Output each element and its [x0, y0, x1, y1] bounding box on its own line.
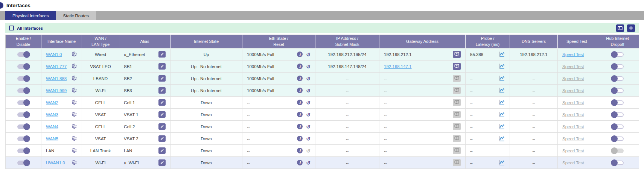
hub-dropoff-toggle[interactable]: [611, 159, 624, 166]
interface-name-link[interactable]: WAN1.0: [46, 52, 62, 57]
internet-state: Down: [201, 136, 212, 141]
interface-name-link[interactable]: WAN1.999: [46, 88, 67, 93]
hub-dropoff-toggle[interactable]: [611, 51, 624, 58]
latency-chart-icon[interactable]: [498, 135, 505, 142]
alias-text: SB3: [124, 88, 132, 93]
wan-lan-type: Wired: [95, 52, 106, 57]
latency-chart-icon[interactable]: [498, 63, 505, 70]
enable-toggle[interactable]: [17, 99, 30, 106]
cell-gateway: 192.168.147.1: [379, 61, 465, 72]
ping-gateway-button[interactable]: [453, 63, 461, 70]
edit-alias-button[interactable]: [158, 111, 166, 118]
cell-internet-state: Down: [171, 121, 242, 132]
cell-dns-servers: 192.168.212.1: [510, 49, 557, 60]
eth-state: 1000Mb/s Full: [247, 52, 274, 57]
hub-dropoff-toggle[interactable]: [611, 75, 624, 82]
speed-test-link[interactable]: Speed Test: [562, 52, 584, 57]
edit-alias-button[interactable]: [158, 123, 166, 130]
gear-icon[interactable]: [71, 87, 77, 94]
latency-chart-icon[interactable]: [498, 87, 505, 94]
info-icon[interactable]: i: [297, 76, 303, 81]
gear-icon[interactable]: [71, 63, 77, 70]
gear-icon[interactable]: [71, 75, 77, 82]
info-icon[interactable]: i: [297, 100, 303, 105]
interface-name-link[interactable]: WAN1.888: [46, 76, 67, 81]
tab-static-routes[interactable]: Static Routes: [56, 11, 96, 20]
add-button[interactable]: [627, 24, 635, 32]
hub-dropoff-toggle[interactable]: [611, 111, 624, 118]
info-icon[interactable]: i: [297, 64, 303, 69]
reset-icon[interactable]: ↺: [306, 112, 311, 117]
interface-name-link[interactable]: WAN3: [46, 112, 58, 117]
reset-icon[interactable]: ↺: [306, 88, 311, 93]
gateway-address[interactable]: 192.168.147.1: [384, 64, 412, 69]
reset-icon[interactable]: ↺: [306, 136, 311, 141]
reset-icon[interactable]: ↺: [306, 52, 311, 57]
interface-name-link[interactable]: WAN2: [46, 100, 58, 105]
enable-toggle[interactable]: [17, 75, 30, 82]
cell-alias: u_Wi-Fi: [119, 157, 170, 168]
cell-wan-lan-type: Wi-Fi: [82, 85, 119, 96]
latency-chart-icon[interactable]: [498, 51, 505, 58]
gear-icon[interactable]: [71, 159, 77, 166]
enable-toggle[interactable]: [17, 135, 30, 142]
view-button[interactable]: [616, 24, 624, 32]
latency-chart-icon[interactable]: [498, 123, 505, 130]
all-interfaces-checkbox[interactable]: [9, 26, 14, 30]
ping-bubble-icon: [454, 136, 460, 141]
edit-alias-button[interactable]: [158, 51, 166, 58]
gear-icon[interactable]: [71, 99, 77, 106]
latency-chart-icon[interactable]: [498, 111, 505, 118]
hub-dropoff-toggle[interactable]: [611, 63, 624, 70]
ping-gateway-button[interactable]: [453, 51, 461, 58]
hub-dropoff-toggle[interactable]: [611, 123, 624, 130]
info-icon[interactable]: i: [297, 148, 303, 153]
enable-toggle[interactable]: [17, 123, 30, 130]
edit-alias-button[interactable]: [158, 135, 166, 142]
gear-icon[interactable]: [71, 135, 77, 142]
info-icon[interactable]: i: [297, 160, 303, 165]
gear-icon[interactable]: [71, 147, 77, 154]
reset-icon[interactable]: ↺: [306, 64, 311, 69]
reset-icon[interactable]: ↺: [306, 76, 311, 81]
info-icon[interactable]: i: [297, 52, 303, 57]
tab-physical-interfaces[interactable]: Physical Interfaces: [5, 11, 56, 20]
reset-icon[interactable]: ↺: [306, 100, 311, 105]
latency-chart-icon[interactable]: [498, 159, 505, 166]
info-icon[interactable]: i: [297, 124, 303, 129]
ping-gateway-button: [453, 87, 461, 94]
edit-alias-button[interactable]: [158, 99, 166, 106]
gear-icon[interactable]: [71, 123, 77, 130]
latency-chart-icon[interactable]: [498, 75, 505, 82]
interface-name-link[interactable]: WAN4: [46, 124, 58, 129]
enable-toggle[interactable]: [17, 159, 30, 166]
edit-alias-button[interactable]: [158, 63, 166, 70]
info-icon[interactable]: i: [297, 136, 303, 141]
reset-icon[interactable]: ↺: [306, 124, 311, 129]
enable-toggle[interactable]: [17, 147, 30, 154]
hub-dropoff-toggle[interactable]: [611, 87, 624, 94]
enable-toggle[interactable]: [17, 51, 30, 58]
edit-alias-button[interactable]: [158, 147, 166, 154]
latency-chart-icon[interactable]: [498, 99, 505, 106]
interface-name-link[interactable]: WAN5: [46, 136, 58, 141]
hub-dropoff-toggle[interactable]: [611, 135, 624, 142]
enable-toggle[interactable]: [17, 111, 30, 118]
eth-state: --: [247, 136, 250, 141]
cell-eth-state: -- i↺: [242, 109, 315, 120]
hub-dropoff-toggle[interactable]: [611, 99, 624, 106]
info-icon[interactable]: i: [297, 88, 303, 93]
gear-icon[interactable]: [71, 51, 77, 58]
reset-icon[interactable]: ↺: [306, 160, 311, 165]
edit-alias-button[interactable]: [158, 75, 166, 82]
ping-bubble-icon: [454, 148, 460, 153]
enable-toggle[interactable]: [17, 63, 30, 70]
info-icon[interactable]: i: [297, 112, 303, 117]
gear-icon[interactable]: [71, 111, 77, 118]
enable-toggle[interactable]: [17, 87, 30, 94]
edit-alias-button[interactable]: [158, 159, 166, 166]
edit-alias-button[interactable]: [158, 87, 166, 94]
internet-state: Up - No Internet: [191, 76, 222, 81]
interface-name-link[interactable]: UWAN1.0: [46, 161, 65, 165]
interface-name-link[interactable]: WAN1.777: [46, 64, 67, 69]
